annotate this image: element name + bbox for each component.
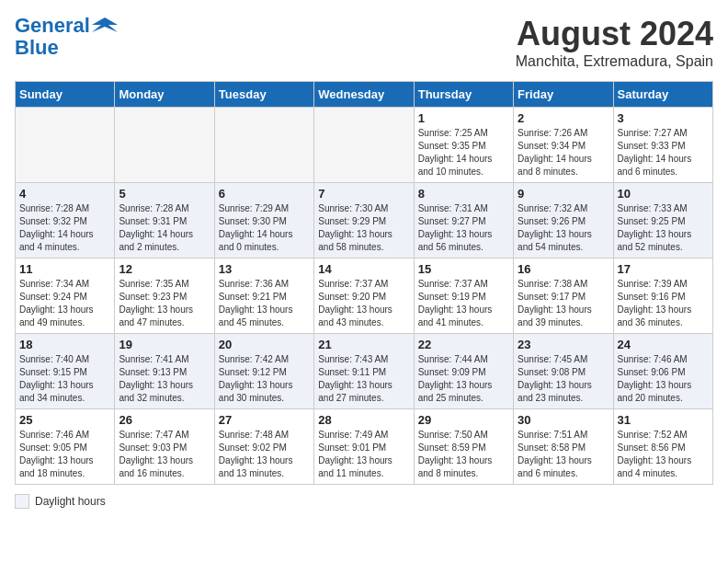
day-number: 4 [19, 187, 110, 201]
calendar-week-row: 1Sunrise: 7:25 AM Sunset: 9:35 PM Daylig… [16, 108, 713, 183]
calendar-day-cell: 10Sunrise: 7:33 AM Sunset: 9:25 PM Dayli… [613, 183, 712, 259]
day-info: Sunrise: 7:51 AM Sunset: 8:58 PM Dayligh… [518, 429, 609, 480]
calendar-day-cell: 20Sunrise: 7:42 AM Sunset: 9:12 PM Dayli… [214, 334, 313, 409]
day-number: 22 [418, 338, 509, 351]
day-info: Sunrise: 7:25 AM Sunset: 9:35 PM Dayligh… [418, 127, 509, 178]
day-info: Sunrise: 7:37 AM Sunset: 9:19 PM Dayligh… [418, 278, 509, 329]
weekday-header: Tuesday [214, 82, 313, 108]
legend-label: Daylight hours [35, 495, 106, 508]
day-info: Sunrise: 7:47 AM Sunset: 9:03 PM Dayligh… [119, 429, 210, 480]
logo-blue-text: Blue [15, 37, 59, 59]
calendar-day-cell: 28Sunrise: 7:49 AM Sunset: 9:01 PM Dayli… [314, 409, 414, 485]
day-number: 24 [618, 338, 709, 351]
legend: Daylight hours [15, 494, 713, 509]
day-info: Sunrise: 7:37 AM Sunset: 9:20 PM Dayligh… [318, 278, 409, 329]
calendar-week-row: 11Sunrise: 7:34 AM Sunset: 9:24 PM Dayli… [16, 259, 713, 334]
day-info: Sunrise: 7:34 AM Sunset: 9:24 PM Dayligh… [19, 278, 110, 329]
day-info: Sunrise: 7:46 AM Sunset: 9:05 PM Dayligh… [19, 429, 110, 480]
calendar-day-cell: 18Sunrise: 7:40 AM Sunset: 9:15 PM Dayli… [16, 334, 115, 409]
calendar-day-cell: 6Sunrise: 7:29 AM Sunset: 9:30 PM Daylig… [214, 183, 313, 259]
calendar-day-cell: 19Sunrise: 7:41 AM Sunset: 9:13 PM Dayli… [115, 334, 214, 409]
day-number: 28 [318, 413, 409, 427]
day-info: Sunrise: 7:33 AM Sunset: 9:25 PM Dayligh… [618, 202, 709, 254]
day-number: 6 [219, 187, 310, 201]
calendar-week-row: 4Sunrise: 7:28 AM Sunset: 9:32 PM Daylig… [16, 183, 713, 259]
day-number: 23 [518, 338, 609, 351]
calendar-day-cell: 8Sunrise: 7:31 AM Sunset: 9:27 PM Daylig… [414, 183, 513, 259]
day-number: 21 [318, 338, 409, 351]
day-info: Sunrise: 7:29 AM Sunset: 9:30 PM Dayligh… [219, 202, 310, 254]
month-year-title: August 2024 [516, 15, 713, 53]
calendar-day-cell: 29Sunrise: 7:50 AM Sunset: 8:59 PM Dayli… [414, 409, 513, 485]
calendar-day-cell: 25Sunrise: 7:46 AM Sunset: 9:05 PM Dayli… [16, 409, 115, 485]
day-number: 29 [418, 413, 509, 427]
day-number: 16 [518, 262, 609, 276]
logo-bird-icon [92, 16, 118, 36]
calendar-day-cell: 27Sunrise: 7:48 AM Sunset: 9:02 PM Dayli… [214, 409, 313, 485]
svg-marker-0 [92, 17, 118, 32]
calendar-day-cell: 15Sunrise: 7:37 AM Sunset: 9:19 PM Dayli… [414, 259, 513, 334]
day-number: 12 [119, 262, 210, 276]
day-info: Sunrise: 7:42 AM Sunset: 9:12 PM Dayligh… [219, 353, 310, 405]
weekday-header: Monday [115, 82, 214, 108]
day-info: Sunrise: 7:46 AM Sunset: 9:06 PM Dayligh… [618, 353, 709, 405]
day-number: 2 [518, 111, 609, 125]
day-info: Sunrise: 7:48 AM Sunset: 9:02 PM Dayligh… [219, 429, 310, 480]
calendar-day-cell: 30Sunrise: 7:51 AM Sunset: 8:58 PM Dayli… [514, 409, 613, 485]
weekday-header: Friday [514, 82, 613, 108]
title-block: August 2024 Manchita, Extremadura, Spain [516, 15, 713, 70]
calendar-day-cell: 22Sunrise: 7:44 AM Sunset: 9:09 PM Dayli… [414, 334, 513, 409]
calendar-week-row: 18Sunrise: 7:40 AM Sunset: 9:15 PM Dayli… [16, 334, 713, 409]
day-number: 7 [318, 187, 409, 201]
day-info: Sunrise: 7:43 AM Sunset: 9:11 PM Dayligh… [318, 353, 409, 405]
day-info: Sunrise: 7:52 AM Sunset: 8:56 PM Dayligh… [618, 429, 709, 480]
calendar-day-cell: 13Sunrise: 7:36 AM Sunset: 9:21 PM Dayli… [214, 259, 313, 334]
calendar-day-cell: 16Sunrise: 7:38 AM Sunset: 9:17 PM Dayli… [514, 259, 613, 334]
day-info: Sunrise: 7:31 AM Sunset: 9:27 PM Dayligh… [418, 202, 509, 254]
calendar-table: SundayMondayTuesdayWednesdayThursdayFrid… [15, 81, 713, 485]
day-info: Sunrise: 7:30 AM Sunset: 9:29 PM Dayligh… [318, 202, 409, 254]
calendar-day-cell: 21Sunrise: 7:43 AM Sunset: 9:11 PM Dayli… [314, 334, 414, 409]
calendar-week-row: 25Sunrise: 7:46 AM Sunset: 9:05 PM Dayli… [16, 409, 713, 485]
day-info: Sunrise: 7:35 AM Sunset: 9:23 PM Dayligh… [119, 278, 210, 329]
day-info: Sunrise: 7:50 AM Sunset: 8:59 PM Dayligh… [418, 429, 509, 480]
day-info: Sunrise: 7:41 AM Sunset: 9:13 PM Dayligh… [119, 353, 210, 405]
weekday-header: Wednesday [314, 82, 414, 108]
calendar-day-cell: 1Sunrise: 7:25 AM Sunset: 9:35 PM Daylig… [414, 108, 513, 183]
calendar-day-cell: 3Sunrise: 7:27 AM Sunset: 9:33 PM Daylig… [613, 108, 712, 183]
day-info: Sunrise: 7:28 AM Sunset: 9:31 PM Dayligh… [119, 202, 210, 254]
calendar-day-cell: 7Sunrise: 7:30 AM Sunset: 9:29 PM Daylig… [314, 183, 414, 259]
day-number: 19 [119, 338, 210, 351]
calendar-day-cell: 17Sunrise: 7:39 AM Sunset: 9:16 PM Dayli… [613, 259, 712, 334]
day-number: 18 [19, 338, 110, 351]
location-subtitle: Manchita, Extremadura, Spain [516, 53, 713, 70]
calendar-day-cell: 26Sunrise: 7:47 AM Sunset: 9:03 PM Dayli… [115, 409, 214, 485]
day-info: Sunrise: 7:45 AM Sunset: 9:08 PM Dayligh… [518, 353, 609, 405]
logo-text: General [15, 15, 90, 37]
calendar-day-cell: 5Sunrise: 7:28 AM Sunset: 9:31 PM Daylig… [115, 183, 214, 259]
calendar-day-cell: 31Sunrise: 7:52 AM Sunset: 8:56 PM Dayli… [613, 409, 712, 485]
calendar-day-cell: 9Sunrise: 7:32 AM Sunset: 9:26 PM Daylig… [514, 183, 613, 259]
calendar-day-cell [214, 108, 313, 183]
day-info: Sunrise: 7:38 AM Sunset: 9:17 PM Dayligh… [518, 278, 609, 329]
weekday-header-row: SundayMondayTuesdayWednesdayThursdayFrid… [16, 82, 713, 108]
day-number: 14 [318, 262, 409, 276]
weekday-header: Thursday [414, 82, 513, 108]
day-info: Sunrise: 7:32 AM Sunset: 9:26 PM Dayligh… [518, 202, 609, 254]
day-number: 3 [618, 111, 709, 125]
day-number: 9 [518, 187, 609, 201]
day-number: 15 [418, 262, 509, 276]
calendar-day-cell [115, 108, 214, 183]
day-number: 26 [119, 413, 210, 427]
day-number: 30 [518, 413, 609, 427]
day-info: Sunrise: 7:39 AM Sunset: 9:16 PM Dayligh… [618, 278, 709, 329]
logo: General Blue [15, 15, 118, 59]
day-number: 8 [418, 187, 509, 201]
day-number: 31 [618, 413, 709, 427]
calendar-day-cell: 12Sunrise: 7:35 AM Sunset: 9:23 PM Dayli… [115, 259, 214, 334]
day-info: Sunrise: 7:44 AM Sunset: 9:09 PM Dayligh… [418, 353, 509, 405]
day-info: Sunrise: 7:49 AM Sunset: 9:01 PM Dayligh… [318, 429, 409, 480]
calendar-day-cell [16, 108, 115, 183]
day-info: Sunrise: 7:36 AM Sunset: 9:21 PM Dayligh… [219, 278, 310, 329]
calendar-day-cell: 14Sunrise: 7:37 AM Sunset: 9:20 PM Dayli… [314, 259, 414, 334]
